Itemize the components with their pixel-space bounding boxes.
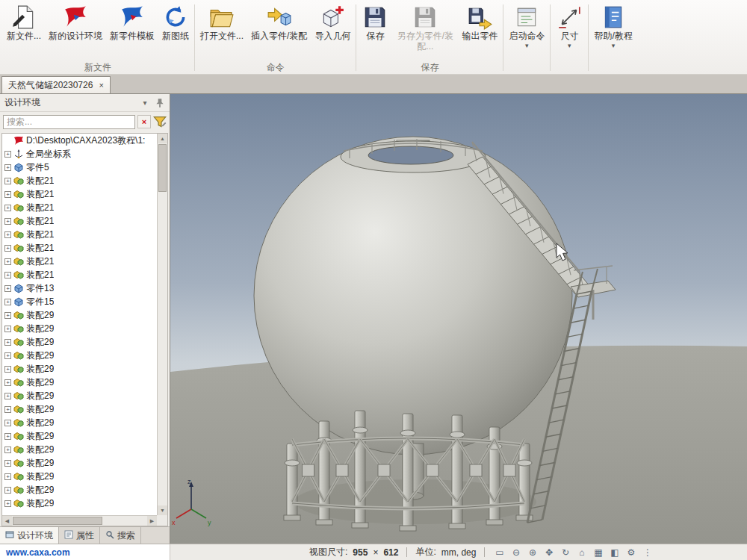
pin-icon[interactable] [155, 98, 165, 108]
tree-item[interactable]: +装配29 [2, 456, 157, 470]
expand-plus-icon[interactable]: + [4, 352, 11, 359]
tree-item[interactable]: +装配29 [2, 402, 157, 416]
insert-part-assembly-button[interactable]: 插入零件/装配 [247, 1, 311, 42]
tree-item[interactable]: +装配29 [2, 416, 157, 429]
expand-plus-icon[interactable]: + [4, 460, 11, 467]
import-geometry-button[interactable]: 导入几何 [311, 1, 354, 42]
tree-item[interactable]: +装配21 [2, 268, 157, 281]
sidebar-tab-env[interactable]: 设计环境 [0, 527, 59, 544]
sidebar-tab-search[interactable]: 搜索 [100, 527, 141, 544]
expand-plus-icon[interactable]: + [4, 473, 11, 480]
tree-item[interactable]: +装配21 [2, 214, 157, 228]
expand-plus-icon[interactable]: + [4, 406, 11, 413]
launch-command-button[interactable]: 启动命令▾ [505, 1, 548, 49]
expand-plus-icon[interactable]: + [4, 487, 11, 494]
settings-icon[interactable]: ⚙ [624, 547, 637, 559]
zoom-out-icon[interactable]: ⊖ [509, 547, 522, 559]
expand-plus-icon[interactable]: + [4, 299, 11, 305]
tree-item[interactable]: +装配21 [2, 228, 157, 241]
tree-item[interactable]: +装配29 [2, 497, 157, 510]
filter-funnel-icon[interactable] [153, 115, 167, 128]
expand-plus-icon[interactable]: + [4, 433, 11, 440]
close-tab-icon[interactable]: × [99, 81, 103, 90]
home-view-icon[interactable]: ⌂ [575, 547, 588, 559]
shade-mode-icon[interactable]: ◧ [608, 547, 621, 559]
tree-horizontal-scrollbar[interactable]: ◀ ▶ [2, 515, 157, 526]
tree-item[interactable]: +装配29 [2, 349, 157, 362]
view-window-icon[interactable]: ▭ [493, 547, 506, 559]
tree-item[interactable]: +装配29 [2, 322, 157, 335]
expand-plus-icon[interactable]: + [4, 205, 11, 211]
expand-plus-icon[interactable]: + [4, 393, 11, 399]
expand-plus-icon[interactable]: + [4, 151, 11, 158]
export-part-button[interactable]: 输出零件 [458, 1, 501, 42]
expand-plus-icon[interactable]: + [4, 500, 11, 507]
tree-item[interactable]: +装配21 [2, 174, 157, 187]
scroll-right-icon[interactable]: ▶ [147, 516, 157, 526]
tree-item[interactable]: +装配29 [2, 470, 157, 483]
expand-plus-icon[interactable]: + [4, 164, 11, 171]
viewport-3d[interactable]: z x y [170, 94, 747, 544]
search-clear-icon[interactable]: × [137, 115, 151, 128]
zoom-in-icon[interactable]: ⊕ [526, 547, 539, 559]
scroll-left-icon[interactable]: ◀ [2, 516, 12, 526]
tree-item[interactable]: +装配29 [2, 483, 157, 497]
tree-item[interactable]: +零件15 [2, 295, 157, 308]
scroll-up-icon[interactable]: ▲ [158, 134, 167, 143]
document-tab[interactable]: 天然气储罐20230726 × [1, 76, 111, 93]
expand-plus-icon[interactable]: + [4, 366, 11, 373]
expand-plus-icon[interactable]: + [4, 379, 11, 386]
expand-plus-icon[interactable]: + [4, 258, 11, 265]
tree-item[interactable]: +装配21 [2, 201, 157, 214]
expand-plus-icon[interactable]: + [4, 178, 11, 184]
expand-plus-icon[interactable]: + [4, 312, 11, 319]
search-input[interactable] [3, 115, 135, 129]
tree-item[interactable]: +装配29 [2, 376, 157, 389]
expand-plus-icon[interactable]: + [4, 339, 11, 346]
expand-plus-icon[interactable]: + [4, 191, 11, 198]
caxa-link[interactable]: www.caxa.com [6, 547, 70, 558]
more-icon[interactable]: ⋮ [641, 547, 654, 559]
new-drawing-button[interactable]: 新图纸 [158, 1, 193, 42]
tree-item[interactable]: D:\Desktop\CAXA2023教程\1: [2, 134, 157, 147]
pan-icon[interactable]: ✥ [542, 547, 555, 559]
toolbar-group-label: 命令 [196, 61, 354, 74]
new-part-template-button[interactable]: 新零件模板 [106, 1, 158, 42]
tree-item[interactable]: +全局坐标系 [2, 147, 157, 161]
tree-item[interactable]: +装配29 [2, 429, 157, 443]
expand-plus-icon[interactable]: + [4, 285, 11, 292]
dimension-button[interactable]: 尺寸▾ [552, 1, 586, 49]
scroll-down-icon[interactable]: ▼ [158, 505, 167, 515]
open-file-button[interactable]: 打开文件... [196, 1, 247, 42]
tree-item[interactable]: +装配29 [2, 389, 157, 402]
tree-item[interactable]: +装配21 [2, 255, 157, 268]
chevron-down-icon[interactable]: ▾ [140, 98, 150, 108]
tree-vertical-scrollbar[interactable]: ▲ ▼ [157, 134, 167, 515]
tree-item[interactable]: +装配21 [2, 241, 157, 255]
vertical-scroll-thumb[interactable] [158, 144, 167, 192]
expand-plus-icon[interactable]: + [4, 420, 11, 426]
expand-plus-icon[interactable]: + [4, 326, 11, 332]
help-tutorial-button[interactable]: 帮助/教程▾ [590, 1, 636, 49]
horizontal-scroll-thumb[interactable] [13, 517, 102, 525]
expand-plus-icon[interactable]: + [4, 245, 11, 252]
expand-plus-icon[interactable]: + [4, 231, 11, 238]
tree-item[interactable]: +装配21 [2, 187, 157, 201]
expand-plus-icon[interactable]: + [4, 218, 11, 225]
tree-item[interactable]: +装配29 [2, 443, 157, 456]
tree-item[interactable]: +零件13 [2, 281, 157, 295]
new-file-button[interactable]: 新文件... [3, 1, 45, 42]
save-button[interactable]: 保存 [358, 1, 392, 42]
tree-item[interactable]: +零件5 [2, 161, 157, 174]
tree-item[interactable]: +装配29 [2, 335, 157, 349]
sidebar-tab-props[interactable]: 属性 [59, 527, 100, 544]
new-design-env-button[interactable]: 新的设计环境 [45, 1, 106, 42]
grid-icon[interactable]: ▦ [592, 547, 604, 559]
rotate-view-icon[interactable]: ↻ [559, 547, 571, 559]
toolbar-group-label: 新文件 [3, 61, 193, 74]
tree-item[interactable]: +装配29 [2, 362, 157, 376]
expand-plus-icon[interactable]: + [4, 272, 11, 279]
expand-plus-icon[interactable]: + [4, 447, 11, 453]
tree-item[interactable]: +装配29 [2, 308, 157, 322]
tank-sphere[interactable] [254, 137, 572, 455]
